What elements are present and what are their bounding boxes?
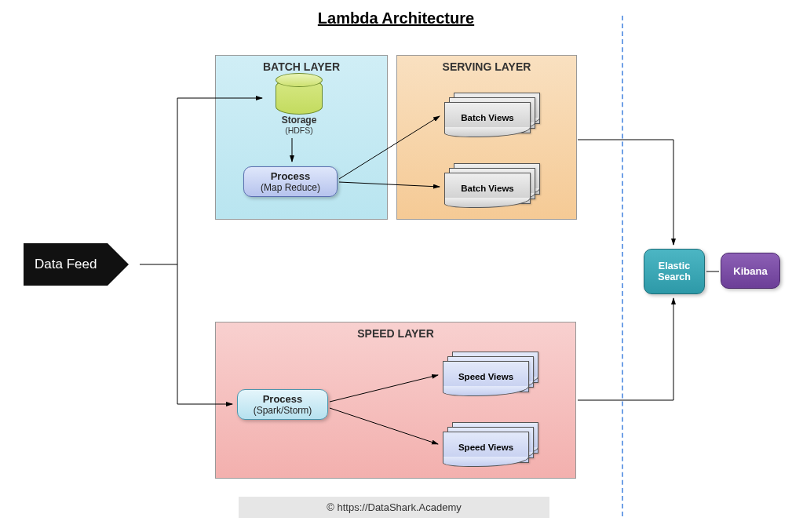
cylinder-icon bbox=[276, 78, 323, 115]
batch-layer-title: BATCH LAYER bbox=[216, 60, 387, 73]
process-speed-node: Process (Spark/Storm) bbox=[237, 389, 328, 420]
data-feed-block: Data Feed bbox=[24, 243, 108, 286]
batch-views-stack-2: Batch Views bbox=[444, 163, 538, 204]
process-batch-sub: (Map Reduce) bbox=[261, 182, 320, 193]
vertical-divider bbox=[622, 16, 623, 516]
kibana-node: Kibana bbox=[721, 253, 780, 289]
batch-views-label: Batch Views bbox=[461, 113, 514, 122]
doc-card: Batch Views bbox=[444, 173, 531, 204]
speed-views-label: Speed Views bbox=[458, 372, 513, 381]
copyright-bar: © https://DataShark.Academy bbox=[239, 497, 549, 518]
process-batch-label: Process bbox=[249, 170, 332, 182]
storage-label-sub: (HDFS) bbox=[285, 126, 313, 135]
speed-layer-title: SPEED LAYER bbox=[216, 327, 575, 340]
doc-card: Batch Views bbox=[444, 102, 531, 133]
doc-card: Speed Views bbox=[443, 361, 529, 392]
process-batch-node: Process (Map Reduce) bbox=[243, 166, 338, 197]
batch-views-label: Batch Views bbox=[461, 184, 514, 193]
speed-views-label: Speed Views bbox=[458, 443, 513, 452]
speed-views-stack-1: Speed Views bbox=[443, 352, 537, 392]
kibana-label: Kibana bbox=[733, 265, 767, 277]
doc-card: Speed Views bbox=[443, 432, 529, 463]
serving-layer-title: SERVING LAYER bbox=[397, 60, 576, 73]
batch-views-stack-1: Batch Views bbox=[444, 93, 538, 133]
speed-views-stack-2: Speed Views bbox=[443, 422, 537, 463]
elastic-search-label: Elastic Search bbox=[649, 261, 699, 282]
elastic-search-node: Elastic Search bbox=[644, 249, 705, 294]
process-speed-label: Process bbox=[243, 393, 323, 405]
process-speed-sub: (Spark/Storm) bbox=[254, 405, 312, 416]
storage-label: Storage (HDFS) bbox=[268, 115, 330, 135]
diagram-title: Lambda Architecture bbox=[0, 9, 792, 27]
storage-node: Storage (HDFS) bbox=[268, 78, 330, 133]
storage-label-main: Storage bbox=[268, 115, 330, 126]
data-feed-label: Data Feed bbox=[35, 257, 97, 272]
